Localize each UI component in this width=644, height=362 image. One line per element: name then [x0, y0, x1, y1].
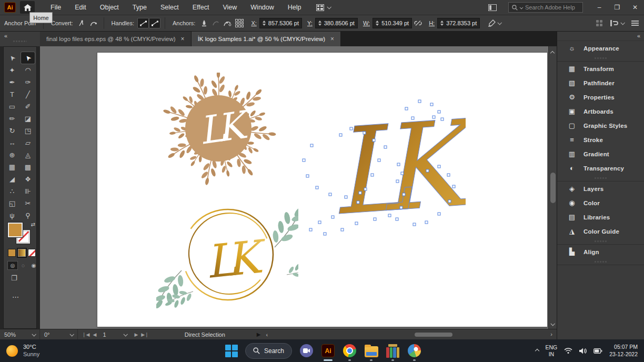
rectangle-tool[interactable]: ▭ [5, 100, 19, 112]
y-field[interactable]: 380.8506 pt [315, 18, 358, 28]
stepper-icon[interactable] [318, 21, 321, 26]
language-indicator[interactable]: ENG IN [546, 344, 558, 357]
scroll-down-icon[interactable] [551, 318, 554, 328]
taskbar-teams[interactable] [299, 343, 314, 359]
collapse-tools-icon[interactable]: « [4, 33, 7, 39]
pen-tool[interactable]: ✒ [5, 76, 19, 88]
free-transform-tool[interactable]: ▱ [21, 137, 35, 148]
taskbar-illustrator[interactable]: Ai [321, 343, 335, 359]
panel-color-guide[interactable]: ◮ Color Guide [557, 224, 644, 238]
cut-path-button[interactable] [222, 18, 233, 28]
gradient-button[interactable] [18, 249, 26, 257]
vertical-scrollbar[interactable] [548, 46, 557, 329]
tab-close-icon[interactable]: × [181, 35, 185, 43]
selected-monogram-letters[interactable]: LK [325, 96, 466, 242]
stepper-icon[interactable] [440, 21, 444, 26]
perspective-grid-tool[interactable]: ◬ [21, 149, 35, 160]
edit-toolbar-icon[interactable]: ⋯ [12, 293, 19, 301]
tab-final-logo-files[interactable]: final logo files eps.eps @ 48 % (CMYK/Pr… [40, 32, 192, 46]
status-collapse-icon[interactable]: ‹ [266, 331, 268, 338]
panel-gradient[interactable]: ▥ Gradient [557, 147, 644, 161]
panel-transform[interactable]: ▦ Transform [557, 62, 644, 76]
menu-type[interactable]: Type [133, 4, 147, 11]
mesh-tool[interactable]: ▦ [5, 161, 19, 173]
battery-icon[interactable] [593, 348, 602, 354]
workspace-switcher[interactable] [316, 4, 330, 11]
tray-overflow-icon[interactable] [535, 348, 539, 353]
scroll-right-icon[interactable]: › [550, 331, 552, 337]
scroll-up-icon[interactable] [551, 47, 554, 57]
menu-file[interactable]: File [51, 4, 61, 11]
direct-selection-tool[interactable]: ➤ [21, 52, 35, 64]
remove-anchor-button[interactable] [198, 18, 210, 28]
tab-ik-logo-samples[interactable]: İK logo Samples 1.ai* @ 50 % (CMYK/Previ… [192, 32, 341, 46]
volume-icon[interactable] [579, 348, 587, 354]
panel-separator[interactable] [557, 238, 644, 245]
taskbar-chrome[interactable] [343, 343, 357, 359]
zoom-tool[interactable]: ⚲ [21, 209, 35, 221]
taskbar-winrar[interactable] [386, 343, 400, 359]
rotate-tool[interactable]: ↻ [5, 125, 19, 136]
minimize-button[interactable]: – [590, 0, 608, 15]
menu-effect[interactable]: Effect [193, 4, 209, 11]
taskbar-search[interactable]: Search [245, 343, 292, 359]
hide-handles-button[interactable] [149, 18, 160, 28]
logo-selected-monogram[interactable]: LK [300, 96, 466, 243]
line-segment-tool[interactable]: ╱ [21, 88, 35, 100]
last-artboard-button[interactable]: ▶❘ [141, 332, 148, 337]
draw-normal-button[interactable]: ◎ [8, 262, 17, 269]
reference-point-locator[interactable] [235, 19, 244, 27]
x-field[interactable]: 857.5306 pt [259, 18, 302, 28]
panel-libraries[interactable]: ▤ Libraries [557, 210, 644, 224]
panel-layers[interactable]: ◈ Layers [557, 182, 644, 196]
stepper-icon[interactable] [263, 21, 266, 26]
h-field[interactable]: 372.8353 pt [437, 18, 480, 28]
convert-to-corner-button[interactable] [76, 18, 88, 28]
curvature-tool[interactable]: ✑ [21, 76, 35, 88]
swap-fill-stroke-icon[interactable]: ⇄ [31, 222, 35, 227]
panel-transparency[interactable]: ◐ Transparency [557, 161, 644, 175]
tab-close-icon[interactable]: × [330, 35, 334, 43]
convert-to-smooth-button[interactable] [88, 18, 99, 28]
arrange-documents-icon[interactable] [488, 4, 497, 11]
screen-mode-icon[interactable]: ❐ [11, 274, 17, 282]
next-artboard-button[interactable]: ▶ [134, 332, 138, 337]
panel-appearance[interactable]: ☼ Appearance [557, 41, 644, 55]
scale-tool[interactable]: ◳ [21, 125, 35, 136]
panel-stroke[interactable]: ≡ Stroke [557, 133, 644, 147]
first-artboard-button[interactable]: ❘◀ [82, 332, 89, 337]
symbol-sprayer-tool[interactable]: ∴ [5, 185, 19, 197]
lasso-tool[interactable]: ◠ [21, 64, 35, 76]
panel-pathfinder[interactable]: ▧ Pathfinder [557, 76, 644, 90]
panel-color[interactable]: ◉ Color [557, 196, 644, 210]
w-field[interactable]: 510.349 pt [373, 18, 412, 28]
panel-separator[interactable] [557, 259, 644, 265]
artboard-number[interactable]: 1 [99, 331, 120, 338]
stepper-icon[interactable] [376, 21, 379, 26]
wifi-icon[interactable] [564, 348, 572, 354]
weather-widget[interactable]: 30°C Sunny [6, 344, 39, 358]
draw-behind-button[interactable]: ◌ [18, 262, 28, 269]
artboard-tool[interactable]: ◱ [5, 197, 19, 209]
chevron-down-icon[interactable] [124, 332, 128, 336]
close-button[interactable]: ✕ [626, 0, 644, 15]
color-button[interactable] [8, 249, 16, 257]
taskbar-file-explorer[interactable] [364, 343, 378, 359]
workspace-grid-icon[interactable] [596, 20, 602, 26]
clock-widget[interactable]: 05:07 PM 23-12-2022 [609, 344, 638, 358]
none-button[interactable] [28, 249, 36, 257]
shaper-tool[interactable]: ✏ [5, 113, 19, 124]
type-tool[interactable]: T [5, 88, 19, 100]
draw-inside-button[interactable]: ◉ [29, 262, 38, 269]
show-handles-button[interactable] [137, 18, 149, 28]
previous-artboard-button[interactable]: ◀ [93, 332, 96, 337]
fill-swatch-gold[interactable] [8, 223, 23, 237]
logo-ring-monogram[interactable]: LK [156, 196, 298, 314]
menu-select[interactable]: Select [160, 4, 179, 11]
align-glyphs-control[interactable] [610, 19, 624, 27]
menu-object[interactable]: Object [100, 4, 119, 11]
panel-separator[interactable] [557, 175, 644, 182]
shape-builder-tool[interactable]: ⊕ [5, 149, 19, 160]
menu-window[interactable]: Window [250, 4, 274, 11]
horizontal-scroll-thumb[interactable] [415, 333, 452, 337]
